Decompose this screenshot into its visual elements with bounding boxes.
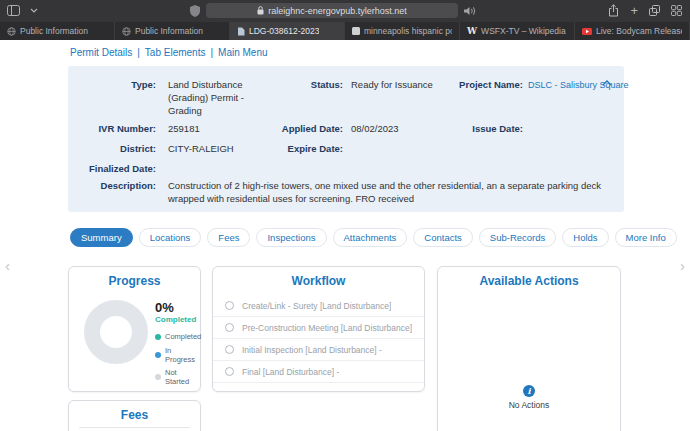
tab-title: minneapolis hispanic populatio... xyxy=(364,26,452,36)
type-value: Land Disturbance (Grading) Permit - Grad… xyxy=(168,79,263,117)
progress-donut-chart xyxy=(84,300,148,364)
nav-link-permit-details[interactable]: Permit Details xyxy=(70,47,132,58)
address-bar[interactable]: raleighnc-energovpub.tylerhost.net xyxy=(206,3,458,18)
issue-date-label: Issue Date: xyxy=(428,123,523,134)
tab-attachments[interactable]: Attachments xyxy=(333,228,408,247)
tab-title: Live: Bodycam Released of Air... xyxy=(596,26,682,36)
workflow-step[interactable]: Initial Inspection [Land Disturbance] - xyxy=(213,339,424,361)
legend-label: In Progress xyxy=(165,346,201,364)
progress-card: Progress 0% Completed Completed In Progr… xyxy=(68,266,201,392)
status-value: Ready for Issuance xyxy=(351,79,433,92)
tab-title: LDG-038612-2023 xyxy=(249,26,319,36)
legend-item-in-progress: In Progress xyxy=(155,346,201,364)
tab-title: Public Information xyxy=(135,26,203,36)
description-value: Construction of 2 high-rise towers, one … xyxy=(168,180,613,206)
workflow-step-radio-icon[interactable] xyxy=(225,301,234,310)
nav-separator: | xyxy=(137,47,140,58)
youtube-icon xyxy=(582,28,592,35)
legend-label: Not Started xyxy=(165,368,201,386)
sidebar-icon[interactable] xyxy=(7,5,20,16)
workflow-step-label: Pre-Construction Meeting [Land Disturban… xyxy=(242,323,412,333)
workflow-step-radio-icon[interactable] xyxy=(225,367,234,376)
nav-link-main-menu[interactable]: Main Menu xyxy=(218,47,267,58)
workflow-step-radio-icon[interactable] xyxy=(225,323,234,332)
nav-separator: | xyxy=(210,47,213,58)
workflow-step[interactable]: Create/Link - Surety [Land Disturbance] xyxy=(213,295,424,317)
workflow-step[interactable]: Final [Land Disturbance] - xyxy=(213,361,424,383)
workflow-card: Workflow Create/Link - Surety [Land Dist… xyxy=(212,266,425,392)
tab-sub-records[interactable]: Sub-Records xyxy=(479,228,556,247)
workflow-step-radio-icon[interactable] xyxy=(225,345,234,354)
no-actions-text: No Actions xyxy=(438,400,620,410)
tab-inspections[interactable]: Inspections xyxy=(256,228,326,247)
duplicate-icon[interactable] xyxy=(649,5,660,16)
share-icon[interactable] xyxy=(608,4,619,17)
privacy-shield-icon[interactable] xyxy=(190,5,200,17)
progress-legend: Completed In Progress Not Started xyxy=(155,332,201,386)
browser-tabstrip: Public Information Public Information LD… xyxy=(0,22,690,40)
ivr-number-label: IVR Number: xyxy=(68,123,156,134)
browser-tab-youtube-live[interactable]: Live: Bodycam Released of Air... xyxy=(575,22,690,40)
nav-link-tab-elements[interactable]: Tab Elements xyxy=(145,47,206,58)
available-actions-card-title: Available Actions xyxy=(438,267,620,288)
tab-title: WSFX-TV – Wikipedia xyxy=(481,26,566,36)
browser-window: raleighnc-energovpub.tylerhost.net + Pub… xyxy=(0,0,690,431)
chevron-down-icon[interactable] xyxy=(30,8,38,13)
workflow-step-label: Final [Land Disturbance] - xyxy=(242,367,339,377)
finalized-date-label: Finalized Date: xyxy=(68,163,156,174)
tab-more-info[interactable]: More Info xyxy=(615,228,677,247)
permit-summary-panel: Type: Land Disturbance (Grading) Permit … xyxy=(68,66,624,212)
legend-item-not-started: Not Started xyxy=(155,368,201,386)
page-nav-links: Permit Details | Tab Elements | Main Men… xyxy=(70,47,268,58)
progress-percent: 0% xyxy=(155,300,174,315)
permit-page: Permit Details | Tab Elements | Main Men… xyxy=(0,40,690,431)
carousel-next-icon[interactable]: › xyxy=(680,258,685,273)
project-name-link[interactable]: DSLC - Salisbury Square xyxy=(528,79,629,91)
expire-date-label: Expire Date: xyxy=(255,143,343,154)
wikipedia-icon: W xyxy=(467,27,477,36)
fees-divider xyxy=(79,427,190,428)
not-started-dot-icon xyxy=(155,374,161,380)
type-label: Type: xyxy=(68,79,156,90)
record-tabs: Summary Locations Fees Inspections Attac… xyxy=(70,228,677,247)
legend-item-completed: Completed xyxy=(155,332,201,341)
globe-icon xyxy=(122,27,131,36)
audio-speaker-icon[interactable] xyxy=(464,6,476,16)
document-icon xyxy=(237,27,245,36)
ivr-number-value: 259181 xyxy=(168,123,200,136)
tab-contacts[interactable]: Contacts xyxy=(413,228,473,247)
workflow-card-title: Workflow xyxy=(213,267,424,288)
fees-card-title: Fees xyxy=(69,401,200,422)
browser-tab-permit-record[interactable]: LDG-038612-2023 xyxy=(230,22,345,40)
globe-icon xyxy=(7,27,16,36)
browser-tab-minneapolis[interactable]: minneapolis hispanic populatio... xyxy=(345,22,460,40)
description-label: Description: xyxy=(68,180,156,191)
browser-tab-public-information-1[interactable]: Public Information xyxy=(0,22,115,40)
tab-title: Public Information xyxy=(20,26,88,36)
legend-label: Completed xyxy=(165,332,201,341)
workflow-step-label: Initial Inspection [Land Disturbance] - xyxy=(242,345,382,355)
browser-tab-public-information-2[interactable]: Public Information xyxy=(115,22,230,40)
new-tab-icon[interactable]: + xyxy=(630,5,638,17)
tab-summary[interactable]: Summary xyxy=(70,228,133,247)
tab-holds[interactable]: Holds xyxy=(562,228,608,247)
status-label: Status: xyxy=(255,79,343,90)
tab-fees[interactable]: Fees xyxy=(207,228,250,247)
progress-percent-caption: Completed xyxy=(155,315,196,324)
available-actions-card: Available Actions i No Actions xyxy=(437,266,621,431)
applied-date-value: 08/02/2023 xyxy=(351,123,399,136)
project-name-label: Project Name: xyxy=(428,79,523,90)
tab-overview-icon[interactable] xyxy=(671,5,682,16)
browser-tab-wikipedia[interactable]: W WSFX-TV – Wikipedia xyxy=(460,22,575,40)
browser-toolbar: raleighnc-energovpub.tylerhost.net + xyxy=(0,0,690,22)
in-progress-dot-icon xyxy=(155,352,161,358)
lock-icon xyxy=(257,6,264,15)
progress-card-title: Progress xyxy=(69,267,200,288)
applied-date-label: Applied Date: xyxy=(255,123,343,134)
tab-locations[interactable]: Locations xyxy=(139,228,202,247)
info-icon[interactable]: i xyxy=(523,385,535,397)
fees-card: Fees xyxy=(68,400,201,431)
carousel-prev-icon[interactable]: ‹ xyxy=(5,258,10,273)
workflow-step-list: Create/Link - Surety [Land Disturbance] … xyxy=(213,295,424,383)
workflow-step[interactable]: Pre-Construction Meeting [Land Disturban… xyxy=(213,317,424,339)
